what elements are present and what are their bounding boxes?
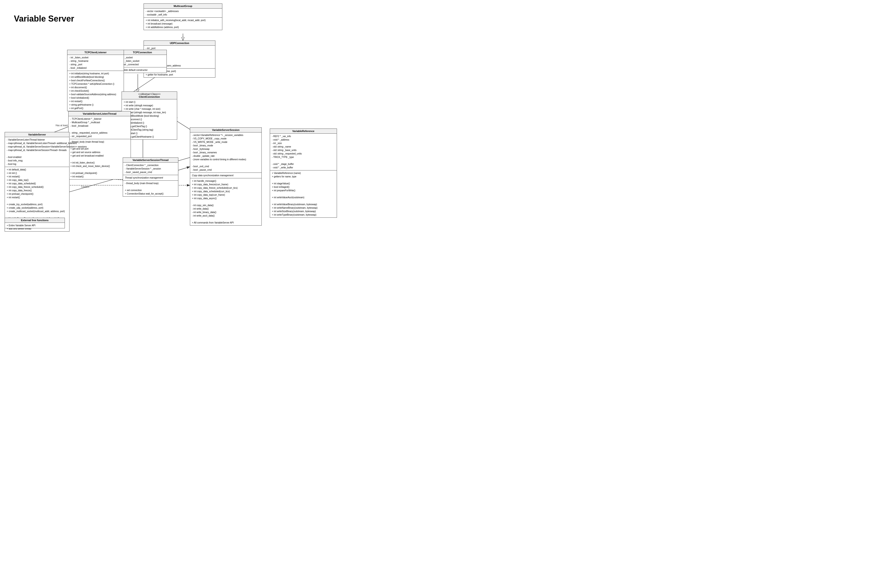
variable-server-session-box: VariableServerSession - vector<VariableR… xyxy=(190,128,262,226)
external-free-functions-box: External free functions + Entire Variabl… xyxy=(4,218,65,228)
variable-server-session-thread-box: VariableServerSessionThread - ClientConn… xyxy=(123,158,178,196)
vsst-note: Thread synchronization management xyxy=(123,175,178,181)
tcp-connection-methods: - delete default constructor xyxy=(118,68,166,73)
tcp-client-listener-fields: - int _listen_socket - string _hostname … xyxy=(67,55,124,71)
vss-header: VariableServerSession xyxy=(190,128,261,132)
tcp-connection-box: TCPConnection - int _socket - int _liste… xyxy=(118,50,167,73)
variable-reference-box: VariableReference - REF2 * _var_info - v… xyxy=(270,129,337,218)
tcp-client-listener-methods: + int initialize(string hostname, int po… xyxy=(67,71,124,111)
vr-fields: - REF2 * _var_info - void * _address - i… xyxy=(270,134,337,171)
tcp-connection-header: TCPConnection xyxy=(118,50,166,55)
udp-connection-header: UDPConnection xyxy=(144,41,215,46)
vsst-fields: - ClientConnection * _connection - Varia… xyxy=(123,163,178,175)
vsst-header: VariableServerSessionThread xyxy=(123,158,178,163)
tcp-connection-fields: - int _socket - int _listen_socket - boo… xyxy=(118,55,166,68)
vr-methods: + VariableReference (name) + getters for… xyxy=(270,171,337,218)
multicast-group-methods: + int initialize_with_receiving(local_ad… xyxy=(144,18,222,30)
tcp-client-listener-header: TCPClientListener xyxy=(67,50,124,55)
page-title: Variable Server xyxy=(14,14,74,24)
multicast-group-fields: - vector <sockaddr> _addresses - sockadd… xyxy=(144,9,222,18)
eff-header: External free functions xyxy=(5,218,64,223)
vs-fields: - VariableServerListenThread listener - … xyxy=(5,137,69,167)
variable-server-header: VariableServer xyxy=(5,132,69,137)
variable-server-box: VariableServer - VariableServerListenThr… xyxy=(4,132,69,232)
client-connection-header: <<Abstract Class>> ClientConnection xyxy=(122,92,177,99)
vslt-methods: - thread_body (main thread loop) + get a… xyxy=(69,139,130,179)
vsst-methods: - thread_body (main thread loop) + set c… xyxy=(123,181,178,196)
vr-header: VariableReference xyxy=(270,129,337,134)
vss-note: Copy data synchronization management xyxy=(190,173,261,178)
svg-text:Creates: Creates xyxy=(81,186,89,188)
multicast-group-header: MulticastGroup xyxy=(144,4,222,9)
eff-methods: + Entire Variable Server API xyxy=(5,223,64,228)
variable-server-listen-thread-header: VariableServerListenThread xyxy=(69,111,130,116)
multicast-group-box: MulticastGroup - vector <sockaddr> _addr… xyxy=(144,3,222,30)
vss-methods: + int handle_message() + int copy_data_f… xyxy=(190,178,261,225)
vslt-fields: - TCPClientListener * _listener - Multic… xyxy=(69,116,130,139)
vss-fields: - vector<VariableReference *> _session_v… xyxy=(190,132,261,173)
tcp-client-listener-box: TCPClientListener - int _listen_socket -… xyxy=(67,50,124,111)
